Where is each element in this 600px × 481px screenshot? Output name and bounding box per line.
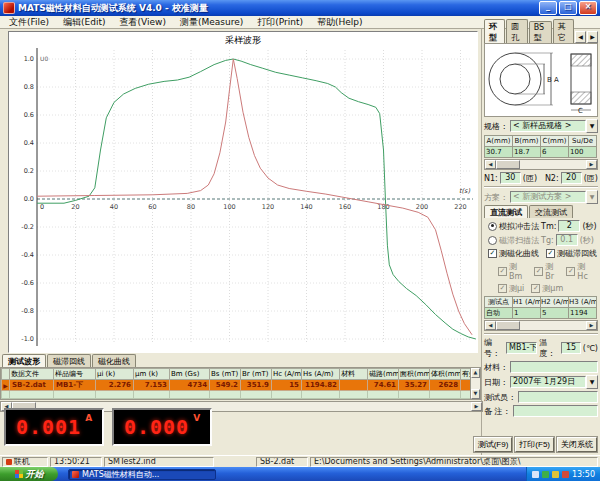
close-system-button[interactable]: 关闭系统	[557, 437, 597, 452]
results-vscrollbar[interactable]: ▲ ▼	[470, 368, 480, 399]
hysteresis-loop-checkbox[interactable]: ✓	[546, 249, 555, 258]
tester-input[interactable]	[518, 391, 598, 403]
chevron-down-icon[interactable]: ▼	[586, 119, 598, 133]
scroll-up-icon[interactable]: ▲	[471, 368, 480, 378]
n2-input[interactable]: 20	[561, 172, 582, 184]
note-input[interactable]	[513, 405, 598, 417]
row-marker-header	[2, 369, 10, 380]
spec-label: 规格：	[484, 121, 508, 132]
app-icon	[3, 2, 15, 14]
cell-3: 1194	[569, 308, 597, 319]
points-hscrollbar[interactable]: ◀ ▶	[484, 320, 598, 331]
test-mode-tab-0[interactable]: 直流测试	[484, 205, 528, 218]
scroll-right-icon[interactable]: ▶	[586, 160, 597, 169]
menu-item-1[interactable]: 编辑(Edit)	[56, 16, 112, 29]
menu-item-5[interactable]: 帮助(Help)	[310, 16, 370, 29]
sample-tab-2[interactable]: BS型	[529, 21, 552, 43]
spec-value: < 新样品规格 >	[510, 120, 586, 132]
results-col-header-1[interactable]: 样品编号	[54, 369, 96, 380]
x-axis-label: t(s)	[459, 187, 470, 195]
sub-option-checkbox-0-2: ✓	[566, 267, 575, 276]
spec-combo[interactable]: < 新样品规格 > ▼	[510, 119, 598, 133]
test-points-row[interactable]: 自动151194	[485, 308, 597, 319]
test-mode-tab-1[interactable]: 交流测试	[529, 205, 573, 218]
results-row-selected[interactable]: ▶SB-2.datMB1-下2.2767.1534734549.2351.915…	[2, 380, 474, 391]
results-col-header-2[interactable]: μi (k)	[96, 369, 134, 380]
close-button[interactable]: ×	[579, 1, 597, 15]
magnetization-curve-checkbox[interactable]: ✓	[488, 249, 497, 258]
start-button[interactable]: 开始	[0, 467, 58, 481]
x-tick-label: 220	[454, 203, 466, 211]
results-tab-0[interactable]: 测试波形	[2, 354, 46, 367]
scroll-thumb[interactable]	[496, 160, 520, 169]
sweep-method-radio[interactable]	[488, 236, 497, 245]
sample-tab-0[interactable]: 环型	[484, 19, 505, 43]
cell-0: 自动	[485, 308, 513, 319]
menu-item-0[interactable]: 文件(File)	[2, 16, 56, 29]
sample-shape-tabs: 环型圆孔BS型其它◀▶	[484, 30, 598, 43]
impulse-method-radio[interactable]	[488, 222, 497, 231]
scroll-right-icon[interactable]: ▶	[586, 321, 597, 330]
scroll-right-icon[interactable]: ▶	[471, 402, 482, 411]
results-tab-1[interactable]: 磁滞回线	[47, 354, 91, 367]
results-col-header-5[interactable]: Bs (mT)	[210, 369, 241, 380]
print-button[interactable]: 打印(F5)	[515, 437, 554, 452]
tray-icon-2[interactable]	[542, 471, 549, 478]
sub-option-label-0-1: 测Br	[545, 261, 560, 281]
results-col-header-0[interactable]: 数据文件	[10, 369, 54, 380]
current-meter: 0.001 A	[4, 408, 104, 446]
results-col-header-8[interactable]: Hs (A/m)	[302, 369, 340, 380]
sample-tab-3[interactable]: 其它	[553, 19, 574, 43]
results-table-wrap: 数据文件样品编号μi (k)μm (k)Bm (Gs)Bs (mT)Br (mT…	[0, 367, 481, 400]
minimize-button[interactable]: _	[539, 1, 557, 15]
col-header-2: H2 (A/m)	[541, 297, 569, 308]
results-row-empty[interactable]	[2, 391, 474, 399]
results-col-header-4[interactable]: Bm (Gs)	[170, 369, 210, 380]
impulse-param-label: Tm:	[541, 222, 556, 231]
sample-id-input[interactable]: MB1-下	[506, 342, 537, 354]
results-col-header-12[interactable]: 体积(mm^3)	[430, 369, 461, 380]
n2-label: N2:	[545, 174, 559, 183]
sample-settings-panel: 环型圆孔BS型其它◀▶ B A	[481, 29, 600, 455]
results-col-header-9[interactable]: 材料	[340, 369, 368, 380]
maximize-button[interactable]: □	[559, 1, 577, 15]
temperature-input[interactable]: 15	[561, 342, 580, 354]
chevron-down-icon[interactable]: ▼	[586, 375, 598, 389]
results-col-header-6[interactable]: Br (mT)	[241, 369, 272, 380]
sample-dims-row[interactable]: 30.718.76100	[485, 147, 597, 158]
scroll-thumb[interactable]	[496, 321, 520, 330]
scheme-combo: < 新测试方案 > ▼	[510, 190, 598, 204]
dims-hscrollbar[interactable]: ◀ ▶	[484, 159, 598, 170]
scroll-left-icon[interactable]: ◀	[485, 321, 496, 330]
results-col-header-10[interactable]: 磁路(mm)	[368, 369, 399, 380]
x-tick-label: 160	[339, 203, 351, 211]
scroll-down-icon[interactable]: ▼	[471, 389, 480, 399]
menu-item-4[interactable]: 打印(Print)	[250, 16, 310, 29]
titlebar-buttons: _ □ ×	[539, 1, 597, 15]
taskbar-task-mats[interactable]: MATS磁性材料自动...	[68, 469, 216, 480]
results-cell-11: 35.27	[399, 380, 430, 391]
n1-input[interactable]: 30	[500, 172, 521, 184]
tray-icon-4[interactable]	[562, 471, 569, 478]
impulse-param-input[interactable]: 2	[558, 220, 580, 232]
scroll-left-icon[interactable]: ◀	[485, 160, 496, 169]
scheme-label: 方案：	[484, 192, 508, 203]
sample-tab-1[interactable]: 圆孔	[506, 19, 527, 43]
cell-1: 18.7	[513, 147, 541, 158]
app-icon	[72, 471, 79, 478]
results-col-header-7[interactable]: Hc (A/m)	[272, 369, 302, 380]
date-picker[interactable]: 2007年 1月29日 ▼	[510, 375, 598, 389]
empty-cell	[340, 391, 368, 399]
tab-scroll-left-icon[interactable]: ◀	[575, 31, 586, 43]
y-tick-label: -0.8	[21, 307, 34, 315]
menu-item-2[interactable]: 查看(View)	[113, 16, 173, 29]
results-tab-2[interactable]: 磁化曲线	[92, 354, 136, 367]
material-input[interactable]	[510, 361, 598, 373]
tray-icon-1[interactable]	[532, 471, 539, 478]
tray-icon-3[interactable]	[552, 471, 559, 478]
tab-scroll-right-icon[interactable]: ▶	[587, 31, 598, 43]
results-col-header-11[interactable]: 面积(mm^2)	[399, 369, 430, 380]
window-title: MATS磁性材料自动测试系统 V4.0 - 校准测量	[18, 2, 208, 15]
results-col-header-3[interactable]: μm (k)	[134, 369, 170, 380]
menu-item-3[interactable]: 测量(Measure)	[173, 16, 250, 29]
